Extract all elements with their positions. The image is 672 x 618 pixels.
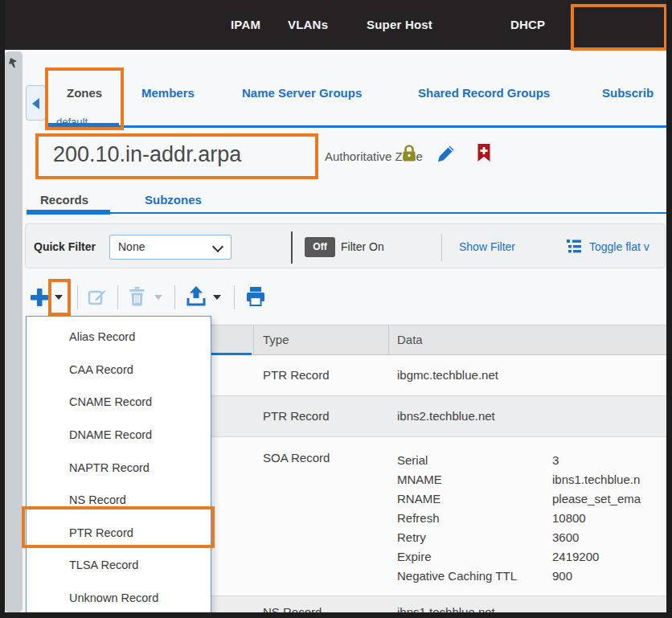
zone-name-title: 200.10.in-addr.arpa [53, 142, 241, 167]
tab-vlans[interactable]: VLANs [288, 0, 328, 50]
column-header-data[interactable]: Data [397, 333, 423, 346]
show-filter-link[interactable]: Show Filter [459, 240, 515, 253]
table-header-row: Type Data [211, 325, 666, 355]
column-divider [388, 325, 389, 356]
menu-item-alias-record[interactable]: Alias Record [27, 321, 211, 354]
cell-type: PTR Record [263, 409, 330, 423]
add-record-dropdown-caret[interactable] [55, 295, 63, 300]
divider [174, 285, 175, 309]
toggle-flat-view-link[interactable]: Toggle flat v [589, 240, 649, 253]
edit-pencil-icon[interactable] [436, 143, 457, 164]
divider [291, 231, 293, 264]
export-button[interactable] [186, 285, 207, 307]
tab-zones[interactable]: Zones [67, 84, 102, 103]
menu-item-dname-record[interactable]: DNAME Record [27, 419, 211, 452]
menu-item-tlsa-record[interactable]: TLSA Record [27, 549, 211, 582]
divider [77, 285, 78, 309]
soa-key: Retry [397, 528, 552, 547]
soa-value: 3600 [552, 530, 579, 544]
print-button[interactable] [245, 286, 266, 307]
pin-icon [8, 57, 19, 68]
soa-key: Expire [397, 547, 552, 567]
cell-data: ibns2.techblue.net [397, 409, 495, 423]
divider [117, 285, 118, 309]
frame-border-left [0, 0, 5, 618]
breadcrumb-default-link[interactable]: default [56, 116, 88, 128]
soa-value: 3 [552, 453, 559, 467]
soa-key: Negative Caching TTL [397, 567, 552, 586]
table-row[interactable]: PTR Record ibgmc.techblue.net [211, 355, 666, 396]
cell-type: SOA Record [263, 451, 330, 465]
quick-filter-label: Quick Filter [34, 240, 96, 253]
table-row[interactable]: SOA Record Serial3 MNAMEibns1.techblue.n… [211, 437, 666, 596]
chevron-left-icon [32, 98, 39, 109]
subtab-strip-line [27, 212, 666, 214]
frame-border-right [666, 0, 672, 618]
soa-value: 900 [552, 569, 572, 583]
quick-filter-select[interactable]: None [109, 235, 232, 260]
collapsed-finder-panel-rail[interactable] [5, 51, 23, 612]
menu-item-ptr-record[interactable]: PTR Record [27, 517, 211, 550]
flat-view-list-icon[interactable] [565, 239, 582, 256]
tab-records[interactable]: Records [40, 191, 88, 209]
lock-icon [400, 144, 418, 163]
chevron-down-icon [212, 241, 223, 252]
menu-item-naptr-record[interactable]: NAPTR Record [27, 451, 211, 484]
menu-item-caa-record[interactable]: CAA Record [27, 354, 211, 387]
soa-key: Refresh [397, 509, 552, 528]
soa-value: ibns1.techblue.n [552, 473, 640, 486]
menu-item-unknown-record[interactable]: Unknown Record [27, 582, 211, 615]
add-record-dropdown-menu: Alias Record CAA Record CNAME Record DNA… [26, 316, 211, 618]
nav-tabstrip-line [45, 125, 666, 128]
tab-shared-record-groups[interactable]: Shared Record Groups [418, 84, 550, 103]
soa-key: MNAME [397, 470, 552, 489]
soa-value: 2419200 [552, 550, 599, 563]
top-navigation-bar: IPAM VLANs Super Host DHCP [0, 0, 672, 50]
tab-ipam[interactable]: IPAM [231, 0, 260, 50]
tab-super-host[interactable]: Super Host [367, 0, 432, 50]
tab-members[interactable]: Members [141, 84, 195, 103]
tab-name-server-groups[interactable]: Name Server Groups [242, 84, 362, 103]
tab-subzones[interactable]: Subzones [145, 191, 202, 209]
column-header-type[interactable]: Type [263, 333, 289, 346]
infoblox-dns-window: IPAM VLANs Super Host DHCP DNS Zones Mem… [0, 0, 672, 618]
delete-dropdown-caret[interactable] [154, 295, 162, 300]
quick-filter-selected-value: None [118, 240, 145, 253]
cell-type: PTR Record [263, 368, 330, 382]
frame-border-bottom [0, 612, 672, 618]
filter-on-label: Filter On [341, 240, 384, 253]
collapse-panel-button[interactable] [26, 85, 46, 121]
soa-key: Serial [397, 451, 552, 470]
delete-button-disabled[interactable] [128, 286, 146, 307]
table-row[interactable]: PTR Record ibns2.techblue.net [211, 396, 666, 437]
divider [234, 285, 235, 309]
soa-value: 10800 [552, 511, 586, 525]
export-dropdown-caret[interactable] [213, 295, 221, 300]
edit-button-disabled[interactable] [88, 288, 107, 307]
tab-subscriber[interactable]: Subscrib [602, 84, 654, 103]
soa-key: RNAME [397, 489, 552, 509]
cell-soa-data: Serial3 MNAMEibns1.techblue.n RNAMEpleas… [397, 451, 641, 586]
divider [441, 234, 442, 261]
add-record-button[interactable] [29, 287, 50, 308]
menu-item-cname-record[interactable]: CNAME Record [27, 386, 211, 419]
column-divider [253, 325, 254, 356]
records-active-indicator [27, 210, 110, 215]
cell-data: ibgmc.techblue.net [397, 368, 498, 382]
soa-value: please_set_ema [552, 492, 641, 505]
add-bookmark-icon[interactable] [476, 143, 492, 163]
tab-dhcp[interactable]: DHCP [510, 0, 545, 50]
menu-item-ns-record[interactable]: NS Record [27, 484, 211, 517]
filter-off-toggle-button[interactable]: Off [305, 237, 335, 257]
